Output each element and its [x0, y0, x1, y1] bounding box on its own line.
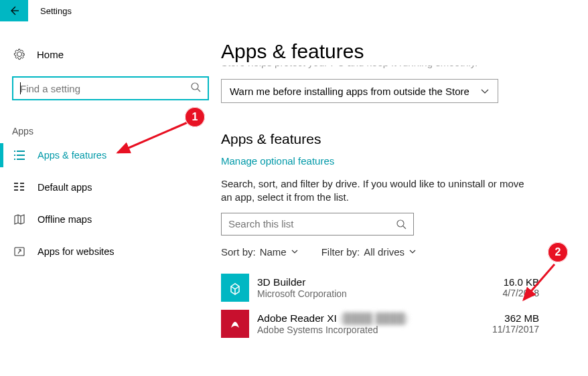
home-nav[interactable]: Home	[0, 40, 221, 68]
nav-label: Offline maps	[38, 214, 92, 225]
annotation-badge-1: 1	[185, 107, 205, 127]
back-button[interactable]	[0, 0, 28, 21]
svg-rect-6	[14, 159, 15, 160]
nav-label: Default apps	[38, 182, 92, 193]
filter-value: All drives	[364, 246, 405, 258]
svg-rect-9	[14, 186, 18, 187]
manage-optional-features-link[interactable]: Manage optional features	[221, 155, 567, 167]
content: Apps & features Store helps protect your…	[221, 21, 588, 338]
svg-rect-3	[17, 151, 25, 152]
app-publisher: Adobe Systems Incorporated	[257, 324, 492, 335]
app-icon-adobe-reader	[221, 310, 249, 338]
app-name: Adobe Reader XI (████ ████)	[257, 312, 492, 324]
svg-rect-12	[20, 186, 24, 187]
clipped-text: Store helps protect your PC and keep it …	[221, 66, 567, 74]
app-icon-3d-builder	[221, 274, 249, 302]
sidebar-item-default-apps[interactable]: Default apps	[0, 171, 221, 203]
app-date: 4/7/2018	[503, 288, 540, 298]
search-settings-input[interactable]	[20, 83, 201, 94]
app-date: 11/17/2017	[492, 324, 539, 335]
section-description: Search, sort, and filter by drive. If yo…	[221, 177, 529, 205]
svg-rect-5	[17, 155, 25, 156]
nav-label: Apps & features	[38, 150, 106, 161]
search-settings[interactable]	[12, 76, 209, 100]
svg-rect-4	[14, 155, 15, 156]
svg-rect-11	[20, 183, 24, 184]
section-label: Apps	[12, 126, 221, 136]
install-source-select[interactable]: Warn me before installing apps from outs…	[221, 79, 498, 103]
titlebar: Settings	[0, 0, 588, 21]
search-icon	[190, 82, 201, 95]
map-icon	[12, 213, 27, 225]
svg-rect-13	[20, 189, 24, 191]
app-row[interactable]: Adobe Reader XI (████ ████) Adobe System…	[221, 310, 539, 338]
app-row[interactable]: 3D Builder Microsoft Corporation 16.0 KB…	[221, 274, 539, 302]
app-size: 362 MB	[492, 312, 539, 324]
chevron-down-icon	[291, 248, 299, 256]
gear-icon	[12, 48, 27, 61]
sidebar-item-offline-maps[interactable]: Offline maps	[0, 203, 221, 236]
link-icon	[12, 246, 27, 258]
select-value: Warn me before installing apps from outs…	[230, 86, 469, 97]
defaults-icon	[12, 181, 27, 193]
sort-by-control[interactable]: Sort by: Name	[221, 246, 299, 258]
svg-line-18	[403, 226, 406, 229]
arrow-left-icon	[9, 5, 19, 16]
home-label: Home	[37, 49, 64, 60]
sort-value: Name	[260, 246, 287, 258]
page-title: Apps & features	[221, 40, 567, 63]
section-heading: Apps & features	[221, 131, 567, 147]
redacted-text: (████ ████)	[340, 312, 408, 324]
svg-rect-7	[17, 159, 25, 160]
sidebar-item-apps-websites[interactable]: Apps for websites	[0, 236, 221, 268]
app-size: 16.0 KB	[503, 276, 540, 288]
window-title: Settings	[40, 6, 72, 16]
chevron-down-icon	[409, 248, 417, 256]
search-apps-input[interactable]	[228, 218, 407, 229]
search-icon	[396, 219, 407, 229]
chevron-down-icon	[480, 86, 490, 96]
svg-rect-8	[14, 183, 18, 184]
sidebar-item-apps-features[interactable]: Apps & features	[0, 139, 221, 171]
sidebar: Home Apps Apps & features Default apps	[0, 21, 221, 338]
sort-label: Sort by:	[221, 246, 256, 258]
app-name: 3D Builder	[257, 276, 503, 288]
svg-point-17	[397, 220, 404, 227]
svg-line-1	[198, 89, 200, 92]
svg-rect-10	[14, 189, 18, 191]
nav-label: Apps for websites	[38, 246, 114, 257]
search-apps[interactable]	[221, 213, 414, 236]
filter-label: Filter by:	[321, 246, 360, 258]
svg-rect-2	[14, 151, 15, 152]
app-publisher: Microsoft Corporation	[257, 288, 503, 299]
filter-by-control[interactable]: Filter by: All drives	[321, 246, 417, 258]
svg-point-0	[192, 83, 198, 90]
list-icon	[12, 149, 27, 161]
annotation-badge-2: 2	[548, 242, 568, 262]
